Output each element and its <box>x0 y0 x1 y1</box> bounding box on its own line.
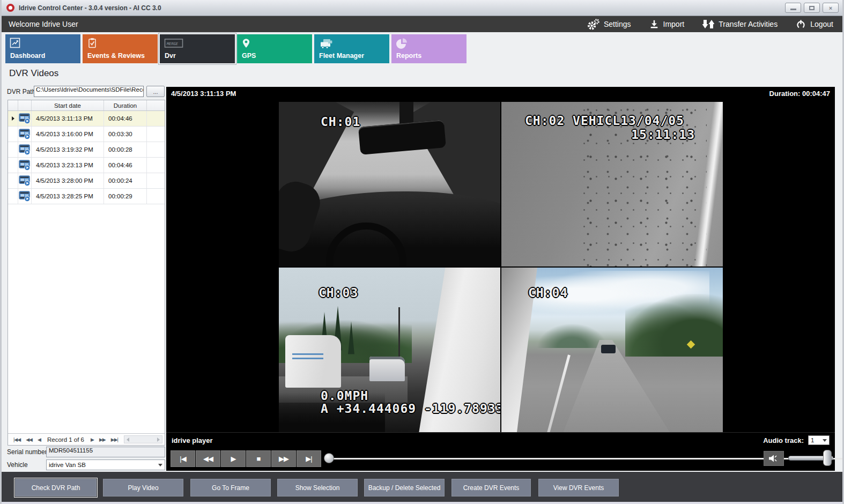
fast-forward-button[interactable]: ▶▶ <box>271 450 296 467</box>
next-record-button[interactable]: ▶ <box>88 437 97 442</box>
pie-chart-icon <box>396 38 408 49</box>
view-dvr-events-button[interactable]: View DVR Events <box>538 479 619 496</box>
next-page-button[interactable]: ▶▶ <box>97 437 108 442</box>
tab-label: Reports <box>396 52 421 60</box>
grid-header-start-date[interactable]: Start date <box>32 100 104 110</box>
table-row[interactable]: 4/5/2013 3:23:13 PM 00:04:46 <box>8 158 165 173</box>
settings-button[interactable]: Settings <box>587 19 631 30</box>
transfer-activities-button[interactable]: Transfer Activities <box>702 19 778 29</box>
volume-thumb[interactable] <box>823 450 832 466</box>
cell-duration: 00:00:29 <box>104 189 147 204</box>
table-row[interactable]: 4/5/2013 3:16:00 PM 00:03:30 <box>8 127 165 142</box>
tab-fleet-manager[interactable]: Fleet Manager <box>314 34 389 63</box>
record-count-text: Record 1 of 6 <box>43 436 88 443</box>
grid-header-duration[interactable]: Duration <box>104 100 147 110</box>
tab-label: Events & Reviews <box>87 52 145 60</box>
tab-gps[interactable]: GPS <box>237 34 312 63</box>
maximize-button[interactable] <box>804 3 820 13</box>
recordings-grid: Start date Duration 4/5/2013 3:11:13 PM … <box>8 100 165 446</box>
osd-gps-coordinates: A +34.444069 -119.789337 <box>321 402 500 416</box>
cell-duration: 00:04:46 <box>104 111 147 126</box>
playback-duration: Duration: 00:04:47 <box>769 90 830 98</box>
transfer-activities-label: Transfer Activities <box>719 20 778 28</box>
cell-start-date: 4/5/2013 3:23:13 PM <box>32 158 104 173</box>
backup-delete-selected-button[interactable]: Backup / Delete Selected <box>364 479 445 496</box>
title-bar: Idrive Control Center - 3.0.4 version - … <box>0 0 844 16</box>
osd-channel-label: CH:02 VEHICL <box>525 114 620 128</box>
transfer-icon <box>702 19 714 29</box>
table-row[interactable]: 4/5/2013 3:19:32 PM 00:00:28 <box>8 142 165 158</box>
table-row[interactable]: 4/5/2013 3:11:13 PM 00:04:46 <box>8 111 165 127</box>
first-record-button[interactable]: |◀◀ <box>11 437 23 442</box>
player-title: idrive player <box>172 436 213 444</box>
stop-button[interactable]: ■ <box>246 450 271 467</box>
player-title-bar: idrive player Audio track: 1 <box>166 432 835 448</box>
cell-duration: 00:04:46 <box>104 158 147 173</box>
go-to-frame-button[interactable]: Go To Frame <box>190 479 271 496</box>
dvr-path-input[interactable]: C:\Users\Idrive\Documents\SDFile\Record <box>34 86 144 97</box>
video-file-icon <box>18 127 32 142</box>
video-file-icon <box>18 189 32 204</box>
chevron-down-icon <box>823 439 827 442</box>
minimize-button[interactable] <box>785 3 801 13</box>
tab-dashboard[interactable]: Dashboard <box>5 34 80 63</box>
power-icon <box>796 19 806 29</box>
play-button[interactable]: ▶ <box>221 450 246 467</box>
logout-button[interactable]: Logout <box>796 19 833 29</box>
show-selection-button[interactable]: Show Selection <box>277 479 358 496</box>
prev-page-button[interactable]: ◀◀ <box>23 437 35 442</box>
cell-start-date: 4/5/2013 3:11:13 PM <box>32 111 104 126</box>
import-button[interactable]: Import <box>649 19 685 29</box>
browse-button[interactable]: ... <box>146 86 165 97</box>
tab-events-reviews[interactable]: Events & Reviews <box>83 34 158 63</box>
serial-number-field[interactable]: MDR504511155 <box>46 447 165 457</box>
skip-end-button[interactable]: ▶| <box>297 450 321 467</box>
osd-channel-label: CH:03 <box>319 286 358 300</box>
mute-button[interactable] <box>764 451 784 466</box>
tab-dvr[interactable]: MERGE Dvr <box>160 34 235 63</box>
table-row[interactable]: 4/5/2013 3:28:25 PM 00:00:29 <box>8 189 165 204</box>
table-row[interactable]: 4/5/2013 3:28:00 PM 00:00:24 <box>8 173 165 189</box>
prev-record-button[interactable]: ◀ <box>35 437 43 442</box>
oncoming-car <box>601 345 616 353</box>
trucks-icon <box>319 38 332 49</box>
seek-thumb[interactable] <box>324 453 334 463</box>
scroll-right-icon <box>157 438 160 442</box>
grid-header: Start date Duration <box>8 100 165 111</box>
maximize-icon <box>809 6 815 10</box>
audio-track-value: 1 <box>811 437 814 443</box>
serial-number-label: Serial number <box>7 448 47 456</box>
tab-label: Dashboard <box>10 52 45 60</box>
logout-label: Logout <box>810 20 833 28</box>
download-icon <box>649 19 659 29</box>
video-file-icon <box>18 173 32 188</box>
vehicle-label: Vehicle <box>7 461 28 469</box>
rewind-button[interactable]: ◀◀ <box>196 450 220 467</box>
scroll-left-icon <box>127 438 129 442</box>
app-logo-icon <box>6 4 14 12</box>
vehicle-dropdown[interactable]: idrive Van SB <box>46 459 165 470</box>
audio-track-dropdown[interactable]: 1 <box>808 435 830 445</box>
create-dvr-events-button[interactable]: Create DVR Events <box>451 479 531 496</box>
osd-time: 15:11:13 <box>631 128 695 142</box>
audio-track-label: Audio track: <box>763 436 804 444</box>
last-record-button[interactable]: ▶▶| <box>108 437 121 442</box>
cell-duration: 00:00:28 <box>104 142 147 157</box>
gear-icon <box>587 19 599 30</box>
grid-horizontal-scrollbar[interactable] <box>124 435 162 443</box>
window-title: Idrive Control Center - 3.0.4 version - … <box>19 4 161 12</box>
dvr-merge-icon: MERGE <box>164 38 184 49</box>
tab-reports[interactable]: Reports <box>391 34 467 63</box>
video-player: 4/5/2013 3:11:13 PM Duration: 00:04:47 C… <box>166 87 835 471</box>
check-dvr-path-button[interactable]: Check DVR Path <box>15 479 97 496</box>
close-icon: × <box>829 5 832 11</box>
skip-start-button[interactable]: |◀ <box>171 450 195 467</box>
video-file-icon <box>18 142 32 157</box>
cell-start-date: 4/5/2013 3:16:00 PM <box>32 127 104 142</box>
svg-text:MERGE: MERGE <box>166 42 179 46</box>
parked-van <box>285 335 340 388</box>
close-button[interactable]: × <box>823 3 839 13</box>
footer-bar: Check DVR Path Play Video Go To Frame Sh… <box>0 472 844 502</box>
map-pin-icon <box>241 38 251 49</box>
play-video-button[interactable]: Play Video <box>103 479 183 496</box>
